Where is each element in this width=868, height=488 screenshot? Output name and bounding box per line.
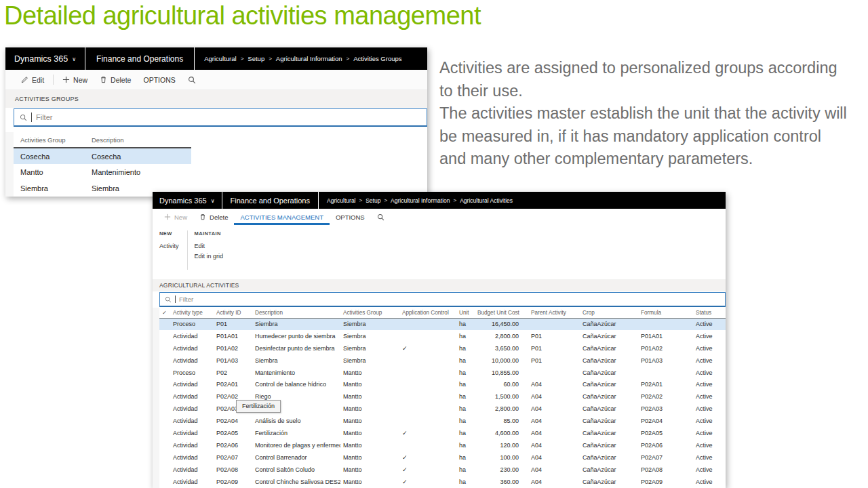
- activities-groups-table: Activities Group Description Cosecha Cos…: [14, 132, 191, 197]
- cell-crop: CañaAzúcar: [574, 342, 633, 354]
- cell-description: Humedecer punto de siembra: [252, 330, 340, 342]
- cell-activities-group: Mantto: [340, 439, 398, 451]
- new-button[interactable]: New: [56, 70, 94, 89]
- breadcrumb-item[interactable]: Agricultural Information: [391, 197, 450, 204]
- column-header-budget-unit-cost[interactable]: Budget Unit Cost: [475, 308, 523, 318]
- grid-row[interactable]: ProcesoP01SiembraSiembraha16,450.00CañaA…: [159, 318, 726, 330]
- product-name[interactable]: Finance and Operations: [85, 47, 194, 70]
- cell-activities-group: Siembra: [340, 354, 398, 367]
- filter-input[interactable]: Filter: [159, 292, 726, 307]
- cell-formula: P02A01: [633, 378, 688, 390]
- cell-unit: ha: [456, 415, 475, 427]
- column-header-activities-group[interactable]: Activities Group: [14, 132, 85, 148]
- grid-row[interactable]: ActividadP01A03SiembraSiembraha10,000.00…: [159, 354, 726, 367]
- cell-application-control: [398, 439, 456, 451]
- cell-activity-type[interactable]: Actividad: [170, 464, 214, 476]
- grid-row[interactable]: ActividadP02A07Control BarrenadorMantto✓…: [159, 451, 726, 464]
- cell-activity-type[interactable]: Actividad: [170, 403, 214, 415]
- cell-description: Fertilización: [252, 403, 340, 415]
- cell-application-control: [398, 378, 456, 390]
- column-header-formula[interactable]: Formula: [633, 308, 688, 318]
- cell-application-control: [398, 390, 456, 403]
- dynamics365-menu[interactable]: Dynamics 365 ∨: [153, 192, 222, 209]
- column-header-activity-type[interactable]: Activity type: [170, 308, 214, 318]
- app-header-bar: Dynamics 365 ∨ Finance and Operations Ag…: [153, 192, 726, 209]
- ribbon-item-edit-in-grid[interactable]: Edit in grid: [195, 251, 224, 262]
- grid-row[interactable]: ActividadP02A08Control Saltón ColudoMant…: [159, 464, 726, 476]
- cell-activity-type[interactable]: Actividad: [170, 451, 214, 464]
- cell-activity-type[interactable]: Actividad: [170, 378, 214, 390]
- delete-button[interactable]: Delete: [193, 209, 234, 225]
- breadcrumb-item[interactable]: Agricultural Information: [276, 55, 342, 62]
- cell-budget-unit-cost: 10,000.00: [475, 354, 523, 367]
- select-all-checkmark-icon[interactable]: ✓: [159, 308, 170, 318]
- dynamics365-menu[interactable]: Dynamics 365 ∨: [5, 47, 85, 70]
- grid-row[interactable]: ActividadP01A01Humedecer punto de siembr…: [159, 330, 726, 342]
- grid-row[interactable]: ActividadP02A01Control de balance hídric…: [159, 378, 726, 390]
- product-name[interactable]: Finance and Operations: [222, 192, 318, 209]
- cell-parent-activity: A04: [523, 476, 574, 488]
- breadcrumb-item[interactable]: Agricultural: [327, 197, 356, 204]
- grid-row[interactable]: ActividadP01A02Desinfectar punto de siem…: [159, 342, 726, 354]
- cell-activity-type[interactable]: Actividad: [170, 342, 214, 354]
- cell-activity-type[interactable]: Actividad: [170, 354, 214, 367]
- cell-status: Active: [688, 378, 726, 390]
- ribbon-item-activity[interactable]: Activity: [159, 241, 179, 251]
- cell-activity-type[interactable]: Actividad: [170, 427, 214, 439]
- new-button[interactable]: New: [158, 209, 193, 225]
- cell-activity-type[interactable]: Actividad: [170, 330, 214, 342]
- plus-icon: [62, 76, 70, 83]
- column-header-activity-id[interactable]: Activity ID: [214, 308, 252, 318]
- column-header-description[interactable]: Description: [85, 132, 191, 148]
- search-button[interactable]: [371, 209, 391, 225]
- column-header-description[interactable]: Description: [252, 308, 340, 318]
- cell-activities-group: Siembra: [340, 342, 398, 354]
- table-row[interactable]: Cosecha Cosecha: [14, 148, 191, 164]
- cell-unit: ha: [456, 403, 475, 415]
- window-activities-groups: Dynamics 365 ∨ Finance and Operations Ag…: [5, 47, 427, 197]
- column-header-activities-group[interactable]: Activities Group: [340, 308, 398, 318]
- cell-activity-type[interactable]: Actividad: [170, 390, 214, 403]
- cell-crop[interactable]: CañaAzúcar: [574, 318, 633, 330]
- grid-row[interactable]: ActividadP02A06Monitoreo de plagas y enf…: [159, 439, 726, 451]
- cell-select: [159, 378, 170, 390]
- column-header-parent-activity[interactable]: Parent Activity: [523, 308, 574, 318]
- breadcrumb-item[interactable]: Setup: [366, 197, 380, 204]
- cell-activity-type[interactable]: Proceso: [170, 318, 214, 330]
- cell-activity-type[interactable]: Proceso: [170, 367, 214, 379]
- breadcrumb-item[interactable]: Agricultural Activities: [460, 197, 513, 204]
- cell-select: [159, 427, 170, 439]
- search-button[interactable]: [182, 70, 202, 89]
- cell-unit: ha: [456, 476, 475, 488]
- grid-row[interactable]: ProcesoP02MantenimientoManttoha10,855.00…: [159, 367, 726, 379]
- cell-activities-group[interactable]: Siembra: [340, 318, 398, 330]
- grid-row[interactable]: ActividadP02A05FertilizaciónMantto✓ha4,6…: [159, 427, 726, 439]
- grid-row[interactable]: ActividadP02A03FertilizaciónManttoha2,80…: [159, 403, 726, 415]
- cell-activities-group: Mantto: [340, 476, 398, 488]
- column-header-status[interactable]: Status: [688, 308, 726, 318]
- breadcrumb-item[interactable]: Activities Groups: [353, 55, 401, 62]
- options-menu[interactable]: OPTIONS: [137, 70, 181, 89]
- cell-select: [159, 367, 170, 379]
- ribbon-item-edit[interactable]: Edit: [195, 241, 224, 251]
- grid-row[interactable]: ActividadP02A09Control Chinche Salivosa …: [159, 476, 726, 488]
- grid-row[interactable]: ActividadP02A04Análisis de sueloManttoha…: [159, 415, 726, 427]
- breadcrumb-item[interactable]: Agricultural: [204, 55, 237, 62]
- edit-button[interactable]: Edit: [15, 70, 50, 89]
- cell-crop: CañaAzúcar: [574, 415, 633, 427]
- breadcrumb-separator-icon: >: [347, 56, 350, 62]
- tab-activities-management[interactable]: ACTIVITIES MANAGEMENT: [234, 209, 329, 225]
- options-menu[interactable]: OPTIONS: [330, 209, 371, 225]
- cell-activity-type[interactable]: Actividad: [170, 415, 214, 427]
- cell-activity-type[interactable]: Actividad: [170, 439, 214, 451]
- filter-input[interactable]: Filter: [14, 108, 427, 127]
- table-row[interactable]: Mantto Mantenimiento: [14, 164, 191, 180]
- column-header-application-control[interactable]: Application Control: [398, 308, 456, 318]
- cell-activity-id: P02A01: [214, 378, 252, 390]
- column-header-crop[interactable]: Crop: [574, 308, 633, 318]
- cell-activity-type[interactable]: Actividad: [170, 476, 214, 488]
- delete-button[interactable]: Delete: [94, 70, 137, 89]
- column-header-unit[interactable]: Unit: [456, 308, 475, 318]
- cell-description: Siembra: [252, 318, 340, 330]
- breadcrumb-item[interactable]: Setup: [248, 55, 264, 62]
